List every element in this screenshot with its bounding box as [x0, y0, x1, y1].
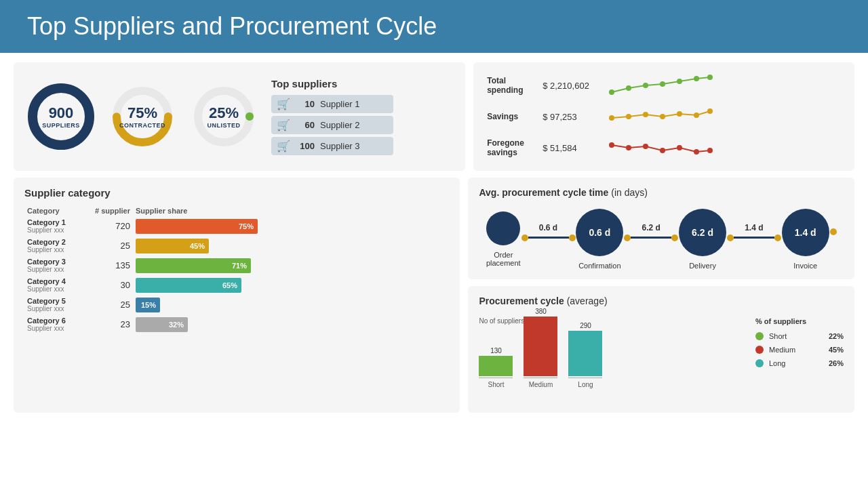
cat-bar-cell: 15%	[133, 295, 449, 314]
svg-point-7	[643, 83, 648, 88]
cycle-step-confirm: 0.6 d Confirmation	[576, 209, 623, 270]
donut-suppliers: 900 SUPPLIERS	[27, 83, 95, 150]
bar: 45%	[136, 239, 209, 253]
cat-bar-cell: 32%	[133, 314, 449, 334]
spending-value-savings: $ 97,253	[542, 112, 597, 122]
suppliers-label: SUPPLIERS	[42, 122, 80, 129]
svg-point-14	[643, 112, 648, 117]
dur-2-val: 6.2 d	[642, 223, 660, 232]
legend-pct-long: 26%	[829, 359, 844, 367]
connector-1: 0.6 d	[521, 223, 576, 241]
cat-name-cell: Category 3 Supplier xxx	[24, 256, 92, 275]
page-title: Top Suppliers and Procurement Cycle	[27, 12, 841, 41]
connector-2: 6.2 d	[624, 223, 678, 241]
cat-name-cell: Category 2 Supplier xxx	[24, 236, 92, 256]
cycle-node-invoice: 1.4 d	[782, 209, 829, 256]
supplier-row-1: 🛒 10 Supplier 1	[271, 95, 393, 113]
cycle-node-confirm: 0.6 d	[576, 209, 623, 256]
svg-point-17	[694, 113, 699, 118]
supplier-row-2: 🛒 60 Supplier 2	[271, 116, 393, 134]
bar-wrap: 45%	[136, 239, 446, 253]
vbar-medium-bar	[524, 317, 557, 376]
cycle-node-delivery: 6.2 d	[679, 209, 726, 256]
supplier-category-title: Supplier category	[24, 187, 449, 199]
proc-avg-title: Procurement cycle (average)	[479, 296, 844, 306]
top-suppliers-section: Top suppliers 🛒 10 Supplier 1 🛒 60 Suppl…	[271, 78, 393, 155]
svg-point-6	[626, 85, 631, 91]
svg-point-9	[677, 79, 682, 84]
cycle-label-order: Orderplacement	[486, 251, 521, 267]
svg-point-8	[660, 81, 665, 87]
supplier-name-1: Supplier 1	[320, 99, 360, 109]
category-row: Category 5 Supplier xxx 25 15%	[24, 295, 449, 314]
procurement-avg-card: Procurement cycle (average) No of suppli…	[468, 286, 854, 413]
cart-icon-3: 🛒	[277, 140, 290, 152]
cat-num-cell: 135	[92, 256, 133, 275]
vbar-short: 130 Short	[479, 347, 513, 388]
supplier-num-1: 10	[296, 99, 315, 109]
proc-cycle-title-bold: Avg. procurement cycle time	[479, 187, 608, 198]
legend-item-long: Long 26%	[755, 359, 844, 367]
svg-point-5	[609, 89, 614, 95]
cat-bar-cell: 75%	[133, 216, 449, 236]
cat-name-cell: Category 6 Supplier xxx	[24, 314, 92, 334]
right-bottom: Avg. procurement cycle time (in days) Or…	[468, 178, 854, 413]
dur-3-val: 1.4 d	[745, 223, 763, 232]
top-row: 900 SUPPLIERS 75% CONTRACTED	[14, 62, 854, 171]
vbar-medium-val: 380	[535, 308, 547, 315]
cycle-label-delivery: Delivery	[689, 262, 716, 270]
cat-name: Category 3	[27, 258, 90, 266]
cat-name: Category 2	[27, 238, 90, 246]
svg-point-19	[609, 142, 614, 148]
cat-name-cell: Category 1 Supplier xxx	[24, 216, 92, 236]
page-header: Top Suppliers and Procurement Cycle	[0, 0, 868, 53]
bottom-row: Supplier category Category # supplier Su…	[14, 178, 854, 413]
svg-point-23	[677, 145, 682, 150]
vbar-short-bar	[479, 356, 513, 376]
contracted-label: CONTRACTED	[119, 122, 165, 129]
proc-avg-title-bold: Procurement cycle	[479, 296, 564, 306]
proc-avg-content: No of suppliers 130 Short 380	[479, 317, 844, 403]
cycle-diagram: Orderplacement 0.6 d 0.6 d	[479, 209, 844, 270]
vbar-short-label: Short	[488, 381, 505, 388]
connector-3: 1.4 d	[727, 223, 781, 241]
suppliers-value: 900	[42, 104, 80, 122]
proc-cycle-title-suffix: (in days)	[611, 187, 648, 198]
legend-area: % of suppliers Short 22% Medium 45%	[755, 317, 844, 403]
cat-name: Category 4	[27, 277, 90, 285]
vbar-long-bar	[568, 331, 602, 376]
bar-wrap: 71%	[136, 258, 446, 273]
spending-row-total: Totalspending $ 2,210,602	[487, 73, 841, 98]
bar: 32%	[136, 317, 188, 332]
cart-icon-2: 🛒	[277, 119, 290, 131]
sparkline-savings	[605, 104, 841, 129]
supplier-row-3: 🛒 100 Supplier 3	[271, 137, 393, 155]
cycle-step-order: Orderplacement	[486, 211, 521, 267]
cycle-step-invoice: 1.4 d Invoice	[782, 209, 829, 270]
legend-text-medium: Medium	[769, 346, 823, 354]
col-category: Category	[24, 205, 92, 216]
cycle-node-order	[486, 211, 520, 245]
cat-num-cell: 720	[92, 216, 133, 236]
category-table: Category # supplier Supplier share Categ…	[24, 205, 449, 334]
contracted-value: 75%	[119, 104, 165, 122]
cat-bar-cell: 65%	[133, 275, 449, 295]
cat-name: Category 5	[27, 297, 90, 305]
col-supplier-num: # supplier	[92, 205, 133, 216]
cat-bar-cell: 71%	[133, 256, 449, 275]
svg-point-13	[626, 114, 631, 119]
bar: 75%	[136, 219, 258, 234]
vbar-long-val: 290	[580, 322, 591, 329]
axis-label: No of suppliers	[479, 317, 745, 325]
top-left-card: 900 SUPPLIERS 75% CONTRACTED	[14, 62, 465, 171]
cat-sub: Supplier xxx	[27, 325, 90, 332]
legend-dot-medium	[755, 346, 764, 354]
cat-name-cell: Category 5 Supplier xxx	[24, 295, 92, 314]
donut-contracted: 75% CONTRACTED	[108, 83, 176, 150]
vbar-short-axis	[479, 378, 513, 378]
unlisted-value: 25%	[208, 104, 241, 122]
cat-num-cell: 25	[92, 295, 133, 314]
vbar-chart: 130 Short 380 Medium	[479, 329, 745, 403]
bar-wrap: 15%	[136, 298, 446, 312]
cat-num-cell: 25	[92, 236, 133, 256]
